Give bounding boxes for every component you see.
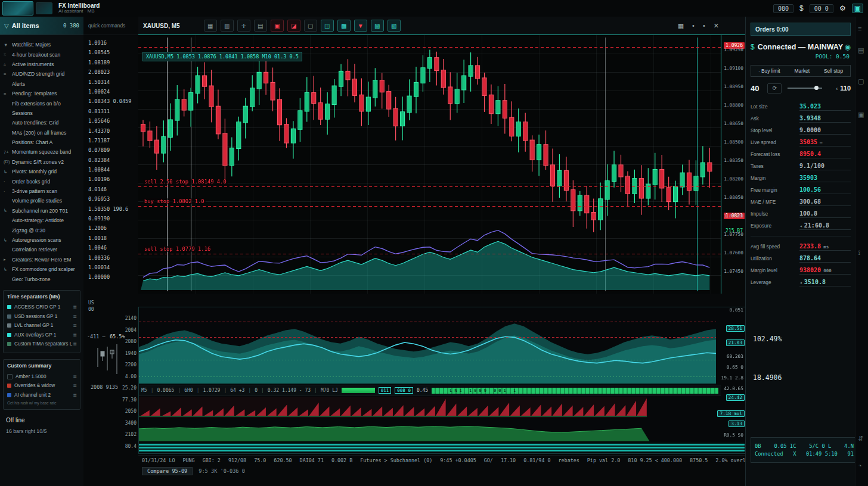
status-item[interactable]: Pip val 2.0 xyxy=(587,457,620,463)
compare-chip[interactable]: Compare 95-09 xyxy=(142,467,193,475)
sidebar-item[interactable]: ↳Pivots: Monthly grid xyxy=(4,167,83,176)
indicator-lines-icon[interactable]: ◫ xyxy=(321,20,334,32)
sidebar-item[interactable]: Volume profile studies xyxy=(4,196,83,205)
history-icon[interactable]: ◔ xyxy=(858,462,862,469)
sidebar-item[interactable]: MAs (200) on all frames xyxy=(4,128,83,138)
layout-grid-icon[interactable]: ▦ xyxy=(204,20,217,32)
sidebar-item[interactable]: ▼Watchlist: Majors xyxy=(4,40,83,49)
order-line-label[interactable]: sell 2.50 stop 1.08149 4.0 xyxy=(143,179,228,185)
dollar-icon[interactable]: $ xyxy=(799,4,804,13)
status-item[interactable]: PUNG xyxy=(182,457,194,463)
chevron-left-icon[interactable]: ◂ xyxy=(799,223,802,229)
scroll-strips[interactable] xyxy=(139,443,745,452)
status-item[interactable]: GBI: 2 xyxy=(203,457,221,463)
sidebar-item[interactable]: ↳Autoregression scans xyxy=(4,235,83,245)
crosshair-icon[interactable]: ✛ xyxy=(237,20,250,32)
sidebar-item[interactable]: ↳Subchannel run 200 T01 xyxy=(4,206,83,216)
template-icon[interactable]: ▤ xyxy=(254,20,267,32)
order-field-row[interactable]: Taxes9.1/100 xyxy=(751,160,851,172)
order-field-row[interactable]: Impulse100.8 xyxy=(751,208,851,220)
sidebar-item[interactable]: 7+Momentum squeeze band xyxy=(4,147,83,157)
status-item[interactable]: 0.002 B xyxy=(331,457,352,463)
panel-item[interactable]: USD sessions GP 1≣ xyxy=(7,311,77,321)
status-item[interactable]: 75.0 xyxy=(254,457,266,463)
order-field-row[interactable]: Live spread35035— xyxy=(751,136,851,148)
order-type-option[interactable]: · Buy limit xyxy=(758,68,780,74)
order-field-row[interactable]: Exposure◂21:60.8 xyxy=(751,220,851,232)
sidebar-item[interactable]: ▸Creators: Rewar-Hero EM xyxy=(4,255,83,264)
order-field-row[interactable]: Ask3.9348 xyxy=(751,113,851,124)
menu-icon[interactable]: ≡ xyxy=(858,25,861,32)
panel-item[interactable]: Custom TIMA separators L≣ xyxy=(7,339,77,349)
status-item[interactable]: 17.10 xyxy=(501,457,516,463)
sidebar-item[interactable]: ↳FX commodore grid scalper xyxy=(4,264,83,274)
sidebar-item[interactable]: Positions: Chart A xyxy=(4,138,83,147)
chart-tab[interactable]: XAUUSD, M5 xyxy=(143,23,180,29)
sell-marker-icon[interactable]: ▣ xyxy=(271,20,284,32)
order-line-label[interactable]: sell stop 1.0779 1.16 xyxy=(143,246,212,252)
stack-icon[interactable]: ≣ xyxy=(73,374,77,379)
indicator-grid-icon[interactable]: ▩ xyxy=(337,20,351,32)
sidebar-item[interactable]: ≡AUD/NZD strength grid xyxy=(4,69,83,79)
order-field-row[interactable]: Forecast loss8950.4 xyxy=(751,148,851,160)
counter-left[interactable]: 080 xyxy=(773,4,793,13)
anchor-icon[interactable]: ⟟ xyxy=(858,249,860,257)
order-field-row[interactable]: Free margin100.56 xyxy=(751,184,851,196)
indicator-hatch-icon[interactable]: ▨ xyxy=(371,20,384,32)
order-panel-header[interactable]: Orders 0:00 xyxy=(751,23,851,36)
quantity-slider[interactable] xyxy=(788,88,822,89)
status-item[interactable]: 0.81/94 0 xyxy=(523,457,550,463)
minimize-icon[interactable]: • xyxy=(692,22,695,29)
indicator-canvas[interactable] xyxy=(139,307,716,443)
refresh-icon[interactable]: ⟳ xyxy=(767,83,782,94)
sidebar-item[interactable]: Auto-strategy: Antidote xyxy=(4,216,83,225)
order-field-row[interactable]: MAE / MFE300.68 xyxy=(751,196,851,208)
panel-top-icon[interactable]: ▤ xyxy=(858,46,864,54)
status-item[interactable]: 810 9.25 < 400.000 xyxy=(628,457,682,463)
limit-arrow-icon[interactable]: ‹ xyxy=(836,86,838,92)
panel-item[interactable]: LVL channel GP 1≣ xyxy=(7,321,77,331)
monitor-icon[interactable]: ▣ xyxy=(852,4,863,13)
stack-icon[interactable]: ≣ xyxy=(73,314,77,319)
status-item[interactable]: 8750.5 xyxy=(690,457,708,463)
order-field-row[interactable]: Avg fill speed2233.8ms xyxy=(751,241,851,253)
status-item[interactable]: rebates xyxy=(559,457,579,463)
counter-right[interactable]: 00 0 xyxy=(810,4,833,13)
order-type-option[interactable]: Sell stop xyxy=(824,68,843,74)
order-type-option[interactable]: Market xyxy=(795,68,810,74)
chevron-left-icon[interactable]: ◂ xyxy=(799,280,802,285)
status-item[interactable]: DAI04 71 xyxy=(300,457,324,463)
panel-item[interactable]: Amber 1.5000≣ xyxy=(7,372,77,381)
stack-icon[interactable]: ≣ xyxy=(73,304,77,310)
chart-type-icon[interactable]: ▥ xyxy=(221,20,234,32)
order-field-row[interactable]: Stop level9.0000 xyxy=(751,124,851,136)
quantity-value[interactable]: 40 xyxy=(751,84,759,93)
sidebar-item[interactable]: ≡Pending: Templates xyxy=(4,89,83,98)
order-line-label[interactable]: buy stop 1.0802 1.0 xyxy=(143,198,206,204)
chart-preview-thumbnail[interactable] xyxy=(2,1,33,15)
price-axis[interactable]: 1.0926 1.0821 215 B7 1.092501.091001.089… xyxy=(721,35,745,294)
panel-item[interactable]: AI channel unit 2≣ xyxy=(7,390,77,400)
stack-icon[interactable]: ≣ xyxy=(73,383,77,388)
stack-icon[interactable]: ≣ xyxy=(73,341,77,347)
panel-mid-icon[interactable]: ▢ xyxy=(858,77,864,85)
sidebar-item[interactable]: (D)Dynamic S/R zones v2 xyxy=(4,157,83,167)
alert-marker-icon[interactable]: ◪ xyxy=(287,20,300,32)
sidebar-item[interactable]: Correlation retriever xyxy=(4,245,83,254)
stack-icon[interactable]: ≣ xyxy=(73,332,77,338)
panel-item[interactable]: ACCESS GRID GP 1≣ xyxy=(7,303,77,312)
swap-icon[interactable]: ⇵ xyxy=(858,435,863,443)
sidebar-item[interactable]: Geo: Turbo-zone xyxy=(4,274,83,284)
stack-icon[interactable]: ≣ xyxy=(73,323,77,328)
status-item[interactable]: 9:45 +0.0405 xyxy=(440,457,476,463)
order-field-row[interactable]: Utilization878.64 xyxy=(751,253,851,264)
order-field-row[interactable]: Lot size35.023 xyxy=(751,101,851,113)
gear-icon[interactable]: ⚙ xyxy=(839,4,846,13)
indicator-arrow-icon[interactable]: ▼ xyxy=(354,20,367,32)
sidebar-item[interactable]: Fib extensions on b/o xyxy=(4,98,83,108)
limit-value[interactable]: 110 xyxy=(840,85,851,92)
order-field-row[interactable]: Margin level938020000 xyxy=(751,264,851,276)
sidebar-item[interactable]: Sessions xyxy=(4,108,83,118)
sidebar-item[interactable]: ▵Active instruments xyxy=(4,60,83,69)
status-item[interactable]: 912/08 xyxy=(228,457,246,463)
